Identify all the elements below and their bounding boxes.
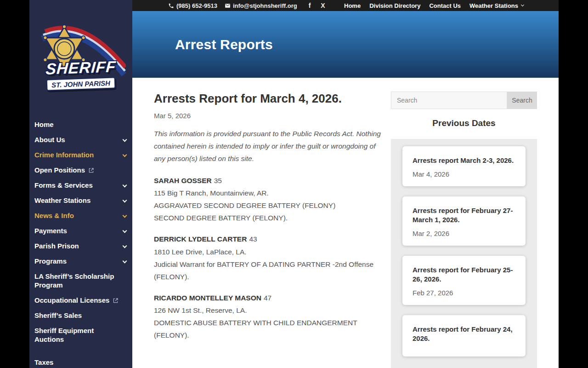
topnav-division-directory[interactable]: Division Directory — [369, 2, 420, 9]
arrest-entry: DERRICK LYDELL CARTER43 1810 Lee Drive, … — [154, 233, 386, 283]
search-button[interactable]: Search — [507, 92, 537, 109]
sidebar-item-label: Payments — [34, 227, 67, 235]
arrest-name-line: SARAH GOSSER35 — [154, 174, 386, 187]
chevron-down-icon — [123, 198, 127, 203]
arrest-name: RICARDO MONTELLEY MASON — [154, 294, 261, 302]
sidebar-item-label: News & Info — [34, 212, 74, 219]
sidebar-item-about-us[interactable]: About Us — [34, 132, 128, 147]
public-records-disclaimer: This information is provided pursuant to… — [154, 127, 384, 165]
sidebar-item-label: Home — [34, 121, 54, 128]
arrest-entry: SARAH GOSSER35 115 Big T Ranch, Mountain… — [154, 174, 386, 224]
arrest-age: 47 — [264, 294, 271, 302]
sidebar-item-home[interactable]: Home — [34, 117, 128, 132]
sidebar-item-label: Programs — [34, 257, 67, 265]
sheriff-logo[interactable]: SHERIFF ST. JOHN PARISH — [36, 20, 126, 95]
arrest-entry: RICARDO MONTELLEY MASON47 126 NW 1st St.… — [154, 292, 386, 342]
article-title: Arrests Report for March 4, 2026. — [154, 92, 386, 106]
sidebar-item-label: About Us — [34, 136, 65, 144]
email-link[interactable]: info@stjohnsheriff.org — [225, 2, 297, 9]
page: SHERIFF ST. JOHN PARISH Home About Us Cr… — [29, 0, 559, 368]
card-date: Mar 2, 2026 — [413, 230, 515, 237]
sidebar-item-crime-information[interactable]: Crime Information — [34, 147, 128, 162]
sidebar-item-parish-prison[interactable]: Parish Prison — [34, 238, 128, 253]
sidebar-menu: Home About Us Crime Information Open Pos… — [29, 95, 132, 368]
logo-parish-text: ST. JOHN PARISH — [46, 77, 116, 91]
chevron-down-icon — [123, 259, 127, 264]
sidebar-item-label: Weather Stations — [34, 196, 90, 204]
arrest-address: 115 Big T Ranch, Mountainview, AR. — [154, 187, 386, 199]
sidebar-item-label: LA Sheriff’s Scholarship Program — [34, 272, 114, 289]
chevron-down-icon — [123, 213, 127, 218]
topbar: (985) 652-9513 info@stjohnsheriff.org f … — [132, 0, 559, 11]
sidebar-item-programs[interactable]: Programs — [34, 253, 128, 269]
main-column: (985) 652-9513 info@stjohnsheriff.org f … — [132, 0, 559, 368]
previous-report-card[interactable]: Arrests report March 2-3, 2026. Mar 4, 2… — [402, 146, 526, 187]
search-input[interactable] — [391, 92, 507, 109]
sidebar-item-sheriffs-sales[interactable]: Sheriff’s Sales — [34, 308, 128, 323]
sidebar-item-label: Occupational Licenses — [34, 296, 109, 304]
sidebar-item-payments[interactable]: Payments — [34, 223, 128, 238]
external-link-icon — [113, 298, 118, 303]
chevron-down-icon — [123, 229, 127, 233]
arrest-charge: SECOND DEGREE BATTERY (FELONY). — [154, 212, 386, 224]
sidebar-item-news-info[interactable]: News & Info — [34, 208, 128, 223]
sidebar-item-label: Forms & Services — [34, 181, 93, 189]
card-title: Arrests report March 2-3, 2026. — [413, 156, 515, 165]
sidebar-item-label: Parish Prison — [34, 242, 79, 250]
page-header-banner: Arrest Reports — [132, 11, 559, 77]
email-address: info@stjohnsheriff.org — [233, 2, 297, 9]
arrest-charge: DOMESTIC ABUSE BATTERY WITH CHILD ENDANG… — [154, 316, 386, 341]
phone-number: (985) 652-9513 — [176, 2, 217, 9]
card-date: Mar 4, 2026 — [413, 170, 515, 178]
search-bar: Search — [391, 92, 537, 109]
arrest-address: 1810 Lee Drive, LaPlace, LA. — [154, 246, 386, 258]
arrest-name-line: RICARDO MONTELLEY MASON47 — [154, 292, 386, 304]
page-title: Arrest Reports — [175, 37, 559, 52]
topbar-contact-group: (985) 652-9513 info@stjohnsheriff.org f … — [168, 2, 327, 9]
arrest-name-line: DERRICK LYDELL CARTER43 — [154, 233, 386, 245]
previous-report-card[interactable]: Arrests report for February 27-March 1, … — [402, 196, 526, 246]
arrest-name: SARAH GOSSER — [154, 177, 212, 184]
topbar-nav: Home Division Directory Contact Us Weath… — [344, 2, 524, 9]
right-sidebar: Search Previous Dates Arrests report Mar… — [391, 92, 537, 368]
facebook-icon[interactable]: f — [307, 2, 312, 9]
x-twitter-icon[interactable]: X — [319, 2, 326, 9]
card-date: Feb 27, 2026 — [413, 289, 515, 297]
sidebar-item-label: Sheriff Equipment Auctions — [34, 327, 94, 343]
sidebar-item-taxes[interactable]: Taxes — [34, 355, 128, 368]
topnav-weather-stations[interactable]: Weather Stations — [469, 2, 524, 9]
topnav-contact-us[interactable]: Contact Us — [429, 2, 461, 9]
previous-report-card[interactable]: Arrests report for February 25-26, 2026.… — [402, 256, 526, 305]
chevron-down-icon — [123, 183, 127, 188]
sidebar-item-weather-stations[interactable]: Weather Stations — [34, 193, 128, 208]
arrest-address: 126 NW 1st St., Reserve, LA. — [154, 304, 386, 316]
sidebar-item-label: Crime Information — [34, 151, 94, 159]
logo-sheriff-text: SHERIFF — [35, 58, 126, 79]
sidebar-item-la-sheriffs-scholarship-program[interactable]: LA Sheriff’s Scholarship Program — [34, 269, 128, 293]
arrest-report-article: Arrests Report for March 4, 2026. Mar 5,… — [154, 92, 386, 368]
topnav-weather-stations-label: Weather Stations — [469, 2, 518, 9]
sidebar: SHERIFF ST. JOHN PARISH Home About Us Cr… — [29, 0, 132, 368]
sidebar-item-open-positions[interactable]: Open Positions — [34, 162, 128, 178]
sidebar-item-label: Open Positions — [34, 166, 85, 174]
chevron-down-icon — [123, 244, 127, 248]
sidebar-item-occupational-licenses[interactable]: Occupational Licenses — [34, 293, 128, 308]
card-title: Arrests report for February 25-26, 2026. — [413, 265, 515, 283]
arrest-name: DERRICK LYDELL CARTER — [154, 235, 247, 243]
arrest-age: 35 — [214, 177, 222, 184]
external-link-icon — [89, 168, 94, 173]
previous-dates-panel: Arrests report March 2-3, 2026. Mar 4, 2… — [391, 139, 537, 368]
sidebar-item-label: Taxes — [34, 358, 53, 366]
previous-dates-heading: Previous Dates — [391, 118, 537, 128]
sidebar-item-sheriff-equipment-auctions[interactable]: Sheriff Equipment Auctions — [34, 323, 128, 347]
topnav-home[interactable]: Home — [344, 2, 361, 9]
chevron-down-icon — [123, 138, 127, 142]
email-icon — [225, 3, 231, 9]
arrest-charge: AGGRAVATED SECOND DEGREE BATTERY (FELONY… — [154, 199, 386, 212]
content-area: Arrests Report for March 4, 2026. Mar 5,… — [132, 78, 559, 368]
chevron-down-icon — [123, 153, 127, 157]
article-date: Mar 5, 2026 — [154, 112, 386, 120]
previous-report-card[interactable]: Arrests report for February 24, 2026. — [402, 315, 526, 356]
phone-link[interactable]: (985) 652-9513 — [168, 2, 217, 9]
sidebar-item-forms-services[interactable]: Forms & Services — [34, 178, 128, 193]
